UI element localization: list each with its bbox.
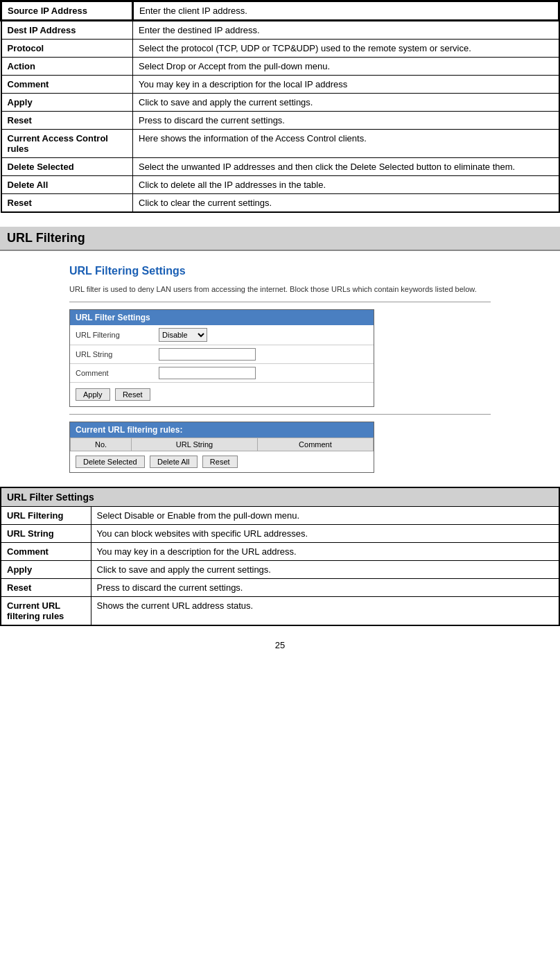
- ref-table-header-row: URL Filter Settings: [1, 487, 559, 507]
- inner-panel-btn-row: Apply Reset: [70, 383, 374, 406]
- table-row: Apply Click to save and apply the curren…: [1, 94, 559, 112]
- ref-current-url-label: Current URL filtering rules: [1, 597, 91, 626]
- url-string-field-value[interactable]: [153, 345, 374, 364]
- url-filter-panel-header: URL Filter Settings: [70, 310, 374, 325]
- comment-field-value[interactable]: [153, 364, 374, 383]
- table-row: URL Filtering Select Disable or Enable f…: [1, 507, 559, 525]
- ref-url-string-value: You can block websites with specific URL…: [91, 525, 559, 543]
- url-filter-fields-table: URL Filtering Disable Enable URL String …: [70, 325, 374, 383]
- url-filtering-field-row: URL Filtering Disable Enable: [70, 325, 374, 345]
- action-label: Action: [1, 58, 133, 76]
- apply-label: Apply: [1, 94, 133, 112]
- table-row: Reset Click to clear the current setting…: [1, 194, 559, 213]
- inner-apply-button[interactable]: Apply: [76, 388, 110, 401]
- table-row: Action Select Drop or Accept from the pu…: [1, 58, 559, 76]
- reset-value: Press to discard the current settings.: [133, 112, 559, 130]
- comment-value: You may key in a description for the loc…: [133, 76, 559, 94]
- url-string-field-label: URL String: [70, 345, 153, 364]
- rules-panel-header: Current URL filtering rules:: [70, 422, 374, 437]
- dest-ip-label: Dest IP Address: [1, 21, 133, 40]
- table-row: URL String You can block websites with s…: [1, 525, 559, 543]
- ref-reset-value: Press to discard the current settings.: [91, 579, 559, 597]
- divider-top: [69, 302, 491, 302]
- delete-all-value: Click to delete all the IP addresses in …: [133, 176, 559, 194]
- url-filtering-field-value[interactable]: Disable Enable: [153, 325, 374, 345]
- ref-table: URL Filter Settings URL Filtering Select…: [0, 487, 560, 626]
- ref-comment-label: Comment: [1, 543, 91, 561]
- access-control-label: Current Access Control rules: [1, 130, 133, 158]
- rules-col-url: URL String: [132, 438, 258, 451]
- delete-selected-button[interactable]: Delete Selected: [76, 456, 145, 468]
- protocol-value: Select the protocol (TCP, UDP or TCP&UDP…: [133, 40, 559, 58]
- inner-reset-button[interactable]: Reset: [115, 388, 150, 401]
- source-ip-row: Source IP Address Enter the client IP ad…: [1, 1, 559, 21]
- ref-url-string-label: URL String: [1, 525, 91, 543]
- comment-label: Comment: [1, 76, 133, 94]
- access-control-value: Here shows the information of the Access…: [133, 130, 559, 158]
- delete-selected-label: Delete Selected: [1, 158, 133, 176]
- url-string-input[interactable]: [159, 348, 256, 361]
- source-ip-value: Enter the client IP address.: [133, 1, 559, 21]
- rules-table: No. URL String Comment: [70, 437, 374, 451]
- ref-reset-label: Reset: [1, 579, 91, 597]
- url-filtering-heading: URL Filtering: [0, 227, 560, 251]
- table-row: Dest IP Address Enter the destined IP ad…: [1, 21, 559, 40]
- table-row: Comment You may key in a description for…: [1, 76, 559, 94]
- screenshot-area: URL Filtering Settings URL filter is use…: [69, 265, 491, 473]
- url-filter-settings-panel: URL Filter Settings URL Filtering Disabl…: [69, 309, 374, 407]
- table-row: Protocol Select the protocol (TCP, UDP o…: [1, 40, 559, 58]
- table-row: Reset Press to discard the current setti…: [1, 579, 559, 597]
- dest-ip-value: Enter the destined IP address.: [133, 21, 559, 40]
- page-number: 25: [0, 640, 560, 657]
- comment-input[interactable]: [159, 367, 256, 379]
- rules-btn-row: Delete Selected Delete All Reset: [70, 451, 374, 472]
- top-table: Source IP Address Enter the client IP ad…: [0, 0, 560, 213]
- reset2-label: Reset: [1, 194, 133, 213]
- table-row: Comment You may key in a description for…: [1, 543, 559, 561]
- apply-value: Click to save and apply the current sett…: [133, 94, 559, 112]
- ref-table-header: URL Filter Settings: [1, 487, 559, 507]
- ref-current-url-value: Shows the current URL address status.: [91, 597, 559, 626]
- action-value: Select Drop or Accept from the pull-down…: [133, 58, 559, 76]
- comment-field-row: Comment: [70, 364, 374, 383]
- protocol-label: Protocol: [1, 40, 133, 58]
- table-row: Apply Click to save and apply the curren…: [1, 561, 559, 579]
- reset2-value: Click to clear the current settings.: [133, 194, 559, 213]
- table-row: Delete Selected Select the unwanted IP a…: [1, 158, 559, 176]
- ref-comment-value: You may key in a description for the URL…: [91, 543, 559, 561]
- source-ip-label: Source IP Address: [1, 1, 133, 21]
- ref-url-filtering-value: Select Disable or Enable from the pull-d…: [91, 507, 559, 525]
- rules-table-header-row: No. URL String Comment: [71, 438, 374, 451]
- url-filtering-select[interactable]: Disable Enable: [159, 328, 207, 342]
- comment-field-label: Comment: [70, 364, 153, 383]
- delete-all-button[interactable]: Delete All: [150, 456, 197, 468]
- url-string-field-row: URL String: [70, 345, 374, 364]
- reset-label: Reset: [1, 112, 133, 130]
- delete-selected-value: Select the unwanted IP addresses and the…: [133, 158, 559, 176]
- url-filtering-field-label: URL Filtering: [70, 325, 153, 345]
- ref-apply-label: Apply: [1, 561, 91, 579]
- url-rules-panel: Current URL filtering rules: No. URL Str…: [69, 422, 374, 473]
- screenshot-title: URL Filtering Settings: [69, 265, 491, 277]
- table-row: Current URL filtering rules Shows the cu…: [1, 597, 559, 626]
- screenshot-desc: URL filter is used to deny LAN users fro…: [69, 284, 491, 295]
- rules-col-comment: Comment: [257, 438, 373, 451]
- rules-col-no: No.: [71, 438, 132, 451]
- divider-bottom: [69, 414, 491, 415]
- table-row: Reset Press to discard the current setti…: [1, 112, 559, 130]
- ref-url-filtering-label: URL Filtering: [1, 507, 91, 525]
- table-row: Delete All Click to delete all the IP ad…: [1, 176, 559, 194]
- ref-apply-value: Click to save and apply the current sett…: [91, 561, 559, 579]
- table-row: Current Access Control rules Here shows …: [1, 130, 559, 158]
- rules-reset-button[interactable]: Reset: [202, 456, 238, 468]
- delete-all-label: Delete All: [1, 176, 133, 194]
